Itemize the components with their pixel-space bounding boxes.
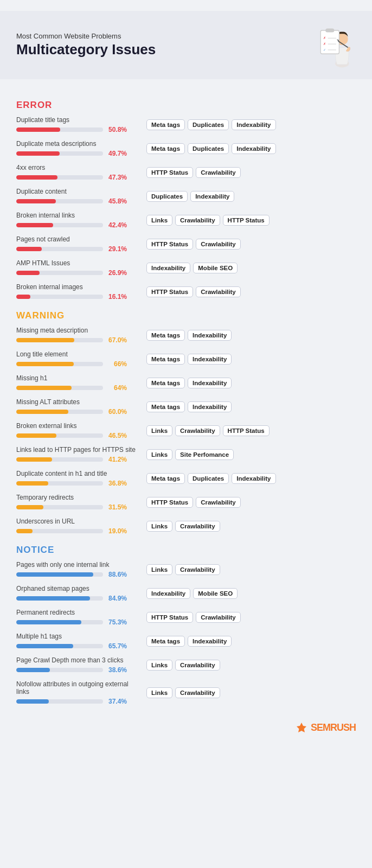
svg-text:✗: ✗ [323,42,326,46]
item-label: Broken internal links [16,212,141,219]
item-label: Orphaned sitemap pages [16,585,141,592]
bar-background [16,433,103,438]
bar-background [16,572,103,577]
tag: Links [146,687,172,698]
percentage-label: 38.6% [106,666,127,674]
percentage-label: 66% [106,360,127,368]
table-row: Permanent redirects75.3%HTTP StatusCrawl… [16,609,356,626]
table-row: Page Crawl Depth more than 3 clicks38.6%… [16,656,356,674]
item-label: Broken internal images [16,283,141,291]
bar-background [16,596,103,601]
tag: Crawlability [175,564,220,575]
percentage-label: 84.9% [106,595,127,602]
bar-container: 38.6% [16,666,141,674]
bar-background [16,362,103,366]
tag: HTTP Status [146,167,193,178]
tag: Meta tags [146,473,185,484]
tag: HTTP Status [146,497,193,508]
bar-container: 45.8% [16,197,141,205]
tag: Meta tags [146,354,185,365]
tag: Crawlability [175,521,220,532]
header-text: Most Common Website Problems Multicatego… [16,32,156,58]
tag: Crawlability [175,660,220,671]
tag: Crawlability [196,167,241,178]
tag: Duplicates [188,143,229,154]
tag: Indexability [188,401,232,412]
percentage-label: 31.5% [106,503,127,511]
section-title-notice: NOTICE [16,545,356,556]
percentage-label: 46.5% [106,432,127,439]
item-label: Temporary redirects [16,494,141,501]
section-warning: WARNINGMissing meta description67.0%Meta… [16,310,356,535]
bar-container: 88.6% [16,571,141,578]
tag-list: Meta tagsIndexability [146,330,356,341]
item-label: Broken external links [16,422,141,430]
bar-background [16,644,103,648]
bar-container: 46.5% [16,432,141,439]
table-row: Duplicate title tags50.8%Meta tagsDuplic… [16,116,356,133]
tag: Indexability [146,588,190,599]
bar-background [16,247,103,251]
bar-container: 84.9% [16,595,141,602]
tag: Mobile SEO [193,588,238,599]
left-col: Broken internal images16.1% [16,283,141,301]
bar-background [16,457,103,462]
section-error: ERRORDuplicate title tags50.8%Meta tagsD… [16,100,356,301]
item-label: Pages not crawled [16,235,141,243]
table-row: 4xx errors47.3%HTTP StatusCrawlability [16,164,356,181]
left-col: Underscores in URL19.0% [16,518,141,535]
tag-list: Meta tagsIndexability [146,354,356,365]
tag: Meta tags [146,401,185,412]
page: Most Common Website Problems Multicatego… [0,0,372,750]
left-col: Long title element66% [16,350,141,368]
bar-fill [16,338,74,342]
bar-container: 42.4% [16,221,141,229]
bar-fill [16,295,30,299]
percentage-label: 50.8% [106,126,127,133]
content: ERRORDuplicate title tags50.8%Meta tagsD… [0,85,372,705]
item-label: Duplicate content in h1 and title [16,470,141,477]
table-row: Missing ALT attributes60.0%Meta tagsInde… [16,398,356,416]
item-label: Long title element [16,350,141,358]
left-col: Missing ALT attributes60.0% [16,398,141,416]
bar-fill [16,151,60,156]
percentage-label: 19.0% [106,527,127,535]
tag: HTTP Status [223,215,270,226]
left-col: Duplicate content in h1 and title36.8% [16,470,141,487]
bar-background [16,223,103,227]
bar-container: 31.5% [16,503,141,511]
left-col: Missing h164% [16,374,141,392]
table-row: Broken external links46.5%LinksCrawlabil… [16,422,356,439]
bar-background [16,199,103,203]
tag: Crawlability [196,612,241,623]
footer-logo-text: SEMRUSH [311,722,356,733]
svg-text:✗: ✗ [323,36,326,40]
bar-background [16,338,103,342]
tag: Links [146,215,172,226]
bar-fill [16,362,74,366]
percentage-label: 42.4% [106,221,127,229]
header-title: Multicategory Issues [16,41,156,58]
section-notice: NOTICEPages with only one internal link8… [16,545,356,705]
tag: Crawlability [196,286,241,297]
tag: HTTP Status [146,286,193,297]
tag: Crawlability [196,239,241,250]
table-row: Temporary redirects31.5%HTTP StatusCrawl… [16,494,356,511]
percentage-label: 37.4% [106,698,127,705]
percentage-label: 64% [106,384,127,392]
bar-container: 37.4% [16,698,141,705]
left-col: Duplicate content45.8% [16,188,141,205]
bar-background [16,529,103,533]
bar-fill [16,699,49,704]
tag: HTTP Status [146,239,193,250]
tag-list: LinksCrawlability [146,521,356,532]
left-col: Links lead to HTTP pages for HTTPS site4… [16,446,141,463]
tag-list: Meta tagsIndexability [146,401,356,412]
bar-background [16,127,103,132]
bar-fill [16,620,81,624]
tag-list: Meta tagsDuplicatesIndexability [146,119,356,130]
percentage-label: 45.8% [106,197,127,205]
item-label: Duplicate title tags [16,116,141,124]
tag-list: LinksCrawlabilityHTTP Status [146,425,356,436]
bar-fill [16,529,33,533]
